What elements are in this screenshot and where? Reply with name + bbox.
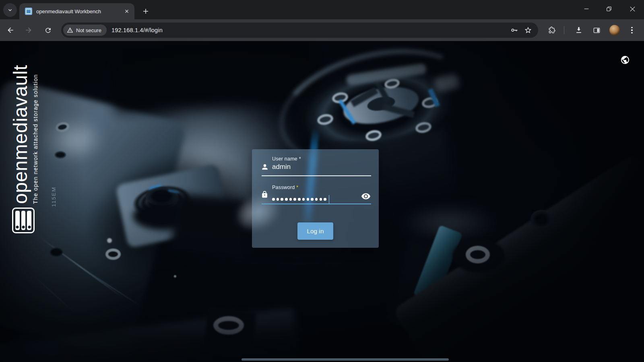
brand-block: openmediavault The open network attached…	[10, 41, 39, 204]
puzzle-icon	[548, 27, 556, 34]
security-label: Not secure	[76, 27, 101, 33]
login-button[interactable]: Log in	[297, 222, 333, 240]
language-button[interactable]	[619, 54, 631, 66]
extensions-button[interactable]	[545, 23, 559, 37]
download-icon	[575, 26, 583, 34]
eye-icon	[361, 191, 371, 201]
text-caret	[329, 195, 330, 204]
warning-icon	[67, 27, 73, 33]
lock-icon	[261, 191, 268, 200]
restore-icon	[606, 6, 612, 12]
password-underline	[262, 204, 371, 204]
browser-titlebar: openmediavault Workbench	[0, 0, 644, 19]
forward-button[interactable]	[22, 23, 35, 37]
window-minimize-button[interactable]	[577, 0, 596, 18]
login-card: User name * admin Password * Log in	[252, 149, 379, 248]
tab-title: openmediavault Workbench	[36, 8, 123, 14]
logo-drive-bay	[21, 211, 26, 230]
username-label: User name *	[272, 156, 301, 162]
openmediavault-favicon-icon	[25, 8, 32, 15]
openmediavault-logo-icon	[12, 208, 35, 233]
logo-drive-bay	[15, 211, 20, 230]
browser-window: openmediavault Workbench	[0, 0, 644, 362]
brand-tagline: The open network attached storage soluti…	[32, 41, 39, 204]
close-icon	[124, 9, 129, 14]
window-restore-button[interactable]	[600, 0, 618, 18]
logo-drive-bay	[27, 211, 31, 230]
url-text: 192.168.1.4/#/login	[111, 27, 163, 33]
close-icon	[629, 6, 636, 12]
toggle-password-visibility-button[interactable]	[360, 190, 372, 202]
side-panel-button[interactable]	[590, 23, 603, 37]
username-underline	[262, 175, 371, 176]
side-panel-icon	[593, 27, 601, 34]
brand-name: openmediavault	[10, 41, 31, 204]
password-label: Password *	[272, 185, 298, 190]
plus-icon	[142, 8, 149, 15]
star-icon	[524, 26, 532, 34]
reload-icon	[44, 27, 52, 34]
chevron-down-icon	[7, 7, 13, 13]
minimize-icon	[583, 6, 590, 12]
new-tab-button[interactable]	[139, 5, 152, 18]
password-input[interactable]	[272, 195, 329, 204]
password-required-marker: *	[296, 185, 298, 190]
page-content: 115EM openmediavault The open network at…	[0, 41, 644, 362]
person-icon	[261, 163, 269, 173]
password-manager-button[interactable]	[508, 23, 521, 37]
window-close-button[interactable]	[623, 0, 642, 18]
username-required-marker: *	[299, 156, 301, 162]
forward-icon	[25, 26, 33, 34]
photo-marking: 115EM	[51, 187, 57, 207]
globe-icon	[620, 55, 630, 65]
back-button[interactable]	[4, 23, 17, 37]
profile-avatar[interactable]	[609, 25, 620, 35]
tab-search-button[interactable]	[3, 3, 17, 17]
browser-tab[interactable]: openmediavault Workbench	[19, 3, 134, 19]
username-input[interactable]: admin	[272, 163, 291, 171]
tab-close-button[interactable]	[123, 8, 130, 15]
toolbar-divider	[564, 26, 564, 34]
reload-button[interactable]	[41, 23, 55, 37]
downloads-button[interactable]	[572, 23, 586, 37]
back-icon	[6, 26, 14, 34]
horizontal-scrollbar-thumb[interactable]	[242, 358, 449, 361]
browser-toolbar: Not secure 192.168.1.4/#/login	[0, 19, 644, 41]
key-icon	[510, 26, 518, 34]
security-chip[interactable]: Not secure	[63, 25, 107, 36]
address-bar[interactable]: Not secure 192.168.1.4/#/login	[61, 23, 538, 38]
browser-menu-button[interactable]	[625, 23, 639, 37]
bookmark-button[interactable]	[521, 23, 535, 37]
